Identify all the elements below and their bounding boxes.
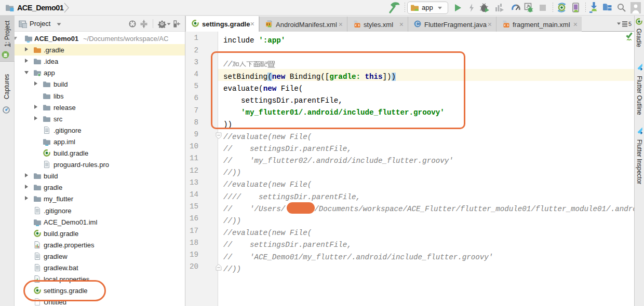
svg-text:C: C xyxy=(415,21,420,27)
